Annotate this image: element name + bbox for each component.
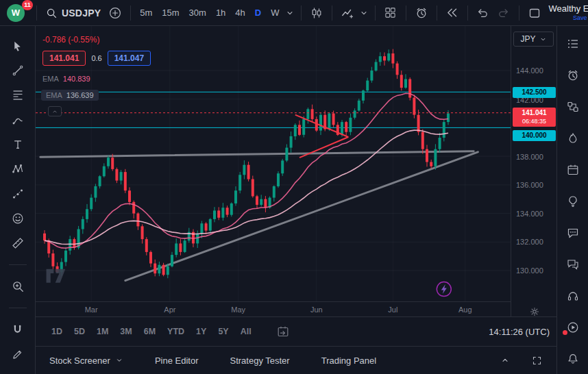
tool-fib-retracement-button[interactable] — [8, 86, 27, 105]
layout-grid-button[interactable] — [380, 3, 401, 23]
ema-legend-2[interactable]: EMA 136.639 — [41, 90, 99, 101]
range-1m[interactable]: 1M — [92, 324, 113, 339]
price-tick-label: 138.000 — [516, 153, 543, 161]
interval-5m[interactable]: 5m — [136, 5, 156, 21]
ideas-button[interactable] — [563, 192, 583, 211]
top-toolbar: W 11 USDJPY 5m 15m 30m 1h 4h D W — [0, 0, 588, 26]
candlestick-chart[interactable] — [36, 26, 511, 301]
price-axis[interactable]: JPY 144.000142.000138.000136.000134.0001… — [511, 26, 556, 316]
tab-trading-panel[interactable]: Trading Panel — [321, 356, 376, 366]
interval-1d[interactable]: D — [251, 5, 265, 21]
interval-1h[interactable]: 1h — [212, 5, 230, 21]
notifications-button[interactable] — [563, 349, 583, 369]
time-axis-label: May — [231, 306, 245, 314]
range-all[interactable]: All — [236, 324, 256, 339]
support-button[interactable] — [563, 286, 583, 306]
chat-button[interactable] — [563, 223, 583, 242]
bottom-panel: Stock Screener Pine Editor Strategy Test… — [36, 346, 556, 374]
divider — [406, 5, 406, 21]
object-tree-icon — [567, 101, 579, 113]
interval-dropdown-button[interactable] — [284, 3, 296, 23]
interval-4h[interactable]: 4h — [231, 5, 249, 21]
magnet-icon — [12, 324, 23, 336]
indicators-icon — [341, 7, 354, 19]
calendar-button[interactable] — [563, 160, 583, 179]
panel-expand-up-button[interactable] — [495, 350, 515, 371]
range-6m[interactable]: 6M — [139, 324, 160, 339]
app-logo[interactable]: W 11 — [7, 3, 32, 23]
currency-dropdown[interactable]: JPY — [513, 32, 554, 47]
tool-lock-button[interactable] — [8, 369, 27, 374]
indicators-button[interactable] — [337, 3, 358, 23]
sell-button[interactable]: 141.041 — [42, 51, 86, 66]
range-1y[interactable]: 1Y — [191, 324, 211, 339]
tool-xabcd-pattern-button[interactable] — [8, 160, 27, 179]
tool-magnet-button[interactable] — [8, 320, 27, 339]
buy-button[interactable]: 141.047 — [108, 51, 151, 66]
tool-ruler-button[interactable] — [8, 234, 27, 253]
chat-icon — [567, 227, 579, 239]
divider — [301, 5, 302, 21]
tab-strategy-tester[interactable]: Strategy Tester — [230, 356, 289, 366]
divider — [437, 5, 437, 21]
time-axis-label: Jun — [310, 306, 323, 314]
tool-zoom-in-button[interactable] — [8, 277, 27, 296]
notification-badge: 11 — [22, 0, 33, 10]
layout-button[interactable] — [524, 3, 545, 23]
hotlists-button[interactable] — [563, 129, 583, 148]
chart-type-button[interactable] — [306, 3, 327, 23]
range-5y[interactable]: 5Y — [213, 324, 233, 339]
ema-value: 136.639 — [66, 91, 94, 99]
redo-icon — [498, 7, 509, 18]
time-axis[interactable]: MarAprMayJunJulAug — [36, 301, 511, 316]
tool-brush-button[interactable] — [8, 110, 27, 129]
add-symbol-button[interactable] — [105, 3, 125, 23]
tab-stock-screener[interactable]: Stock Screener — [49, 356, 123, 366]
interval-1w[interactable]: W — [267, 5, 283, 21]
object-tree-button[interactable] — [563, 97, 583, 116]
text-tool-icon — [12, 139, 23, 150]
replay-button[interactable] — [442, 3, 463, 23]
zoom-in-icon — [12, 280, 24, 292]
tool-trend-line-button[interactable] — [8, 61, 27, 80]
xabcd-pattern-icon — [12, 163, 24, 175]
public-chats-button[interactable] — [563, 255, 583, 274]
divider — [36, 5, 37, 21]
watchlist-button[interactable] — [563, 34, 583, 53]
range-1d[interactable]: 1D — [47, 324, 67, 339]
symbol-change: -0.786 (-0.55%) — [42, 35, 99, 45]
interval-30m[interactable]: 30m — [185, 5, 210, 21]
panel-maximize-button[interactable] — [526, 350, 547, 371]
brush-icon — [12, 114, 24, 126]
ema-legend-1[interactable]: EMA 140.839 — [42, 75, 90, 83]
collapse-legend-button[interactable] — [48, 106, 62, 116]
redo-button[interactable] — [493, 3, 514, 23]
tab-label: Trading Panel — [321, 356, 376, 366]
range-3m[interactable]: 3M — [115, 324, 136, 339]
tool-draw-button[interactable] — [8, 345, 27, 364]
chart-area[interactable]: -0.786 (-0.55%) 141.041 0.6 141.047 EMA … — [36, 26, 511, 301]
server-clock[interactable]: 14:11:26 (UTC) — [489, 327, 551, 337]
alerts-button[interactable] — [563, 66, 583, 85]
symbol-search-button[interactable]: USDJPY — [42, 5, 105, 21]
price-tick-label: 136.000 — [516, 181, 543, 189]
alert-button[interactable] — [411, 3, 432, 23]
tool-emoji-button[interactable] — [8, 209, 27, 228]
interval-15m[interactable]: 15m — [158, 5, 183, 21]
undo-button[interactable] — [473, 3, 493, 23]
price-tick-label: 130.000 — [516, 266, 543, 275]
layout-icon — [528, 7, 541, 19]
goto-date-button[interactable] — [273, 322, 293, 341]
range-5d[interactable]: 5D — [69, 324, 90, 339]
tool-text-button[interactable] — [8, 135, 27, 154]
tool-forecast-button[interactable] — [8, 184, 27, 203]
chevron-down-icon — [359, 8, 369, 18]
range-ytd[interactable]: YTD — [162, 324, 189, 339]
ema-label: EMA — [46, 91, 62, 99]
right-sidebar — [556, 26, 588, 374]
tab-pine-editor[interactable]: Pine Editor — [155, 356, 199, 366]
save-link[interactable]: Save — [573, 14, 587, 21]
account-menu[interactable]: Wealthy E Save — [545, 4, 588, 21]
tool-cursor-button[interactable] — [8, 36, 27, 55]
indicators-dropdown-button[interactable] — [358, 3, 370, 23]
